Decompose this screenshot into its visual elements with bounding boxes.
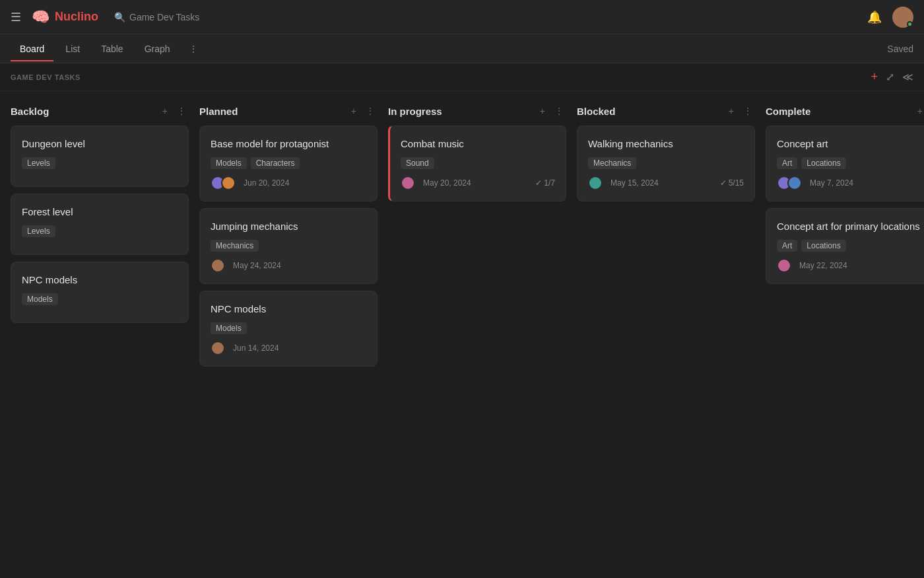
card-tags: Models: [22, 293, 178, 305]
tab-board[interactable]: Board: [11, 37, 53, 61]
card-title: Concept art: [777, 137, 924, 151]
card-npc-models-backlog[interactable]: NPC models Models: [11, 262, 189, 323]
card-title: Base model for protagonist: [211, 137, 366, 151]
board-area: Backlog + ⋮ Dungeon level Levels Forest …: [0, 91, 924, 578]
tag: Art: [777, 157, 797, 169]
column-menu-planned-icon[interactable]: ⋮: [363, 104, 378, 118]
card-tags: Models Characters: [211, 157, 366, 169]
board-header: GAME DEV TASKS + ⤢ ≪: [0, 63, 924, 91]
expand-icon[interactable]: ⤢: [886, 71, 894, 83]
avatar: [211, 341, 225, 355]
card-jumping-mechanics[interactable]: Jumping mechanics Mechanics May 24, 2024: [199, 208, 378, 284]
card-footer: May 7, 2024: [777, 176, 924, 190]
tag: Sound: [401, 157, 434, 169]
checkmark-icon: ✓: [720, 178, 727, 188]
tab-table[interactable]: Table: [92, 37, 132, 61]
avatar: [787, 176, 802, 190]
app-name: Nuclino: [55, 10, 98, 24]
column-header-backlog: Backlog + ⋮: [11, 102, 189, 126]
card-concept-art-primary[interactable]: Concept art for primary locations Art Lo…: [766, 208, 924, 284]
search-context-label: Game Dev Tasks: [129, 12, 199, 22]
add-card-planned-icon[interactable]: +: [348, 104, 359, 118]
add-card-in-progress-icon[interactable]: +: [537, 104, 548, 118]
avatar: [777, 258, 791, 273]
column-in-progress: In progress + ⋮ Combat music Sound May 2…: [388, 102, 566, 208]
top-nav: ☰ 🧠 Nuclino 🔍 Game Dev Tasks 🔔: [0, 0, 924, 34]
card-title: Combat music: [401, 137, 555, 151]
check-count: 1/7: [544, 178, 555, 188]
column-header-planned: Planned + ⋮: [199, 102, 378, 126]
card-footer: Jun 20, 2024: [211, 176, 366, 190]
card-npc-models-planned[interactable]: NPC models Models Jun 14, 2024: [199, 291, 378, 367]
card-concept-art[interactable]: Concept art Art Locations May 7, 2024: [766, 126, 924, 201]
card-walking-mechanics[interactable]: Walking mechanics Mechanics May 15, 2024…: [577, 126, 755, 201]
card-footer: Jun 14, 2024: [211, 341, 366, 355]
card-date: May 15, 2024: [610, 178, 659, 188]
tag: Levels: [22, 157, 55, 169]
column-planned: Planned + ⋮ Base model for protagonist M…: [199, 102, 378, 373]
tag: Mechanics: [211, 240, 259, 252]
tag: Locations: [801, 240, 845, 252]
avatar-group: [777, 258, 791, 273]
tag: Mechanics: [588, 157, 636, 169]
avatar: [401, 176, 415, 190]
card-base-model[interactable]: Base model for protagonist Models Charac…: [199, 126, 378, 201]
card-footer: May 20, 2024 ✓ 1/7: [401, 176, 555, 190]
column-header-in-progress: In progress + ⋮: [388, 102, 566, 126]
card-date: Jun 14, 2024: [233, 343, 279, 353]
card-tags: Levels: [22, 157, 178, 169]
check-count: 5/15: [729, 178, 744, 188]
saved-status: Saved: [887, 44, 913, 54]
online-status-dot: [907, 21, 913, 27]
add-column-icon[interactable]: +: [871, 70, 878, 84]
column-menu-in-progress-icon[interactable]: ⋮: [552, 104, 566, 118]
card-date: Jun 20, 2024: [244, 178, 289, 188]
tag: Levels: [22, 225, 55, 237]
card-tags: Mechanics: [211, 240, 366, 252]
card-date: May 7, 2024: [810, 178, 853, 188]
avatar: [588, 176, 603, 190]
column-complete: Complete + ⋮ Concept art Art Locations M…: [766, 102, 924, 291]
card-title: Dungeon level: [22, 137, 178, 151]
column-menu-blocked-icon[interactable]: ⋮: [741, 104, 755, 118]
card-tags: Sound: [401, 157, 555, 169]
card-checkmark-count: ✓ 5/15: [720, 178, 744, 188]
column-title-blocked: Blocked: [577, 106, 722, 117]
tab-list[interactable]: List: [56, 37, 89, 61]
notifications-bell-icon[interactable]: 🔔: [867, 10, 882, 24]
hamburger-icon[interactable]: ☰: [11, 10, 21, 24]
column-title-complete: Complete: [766, 106, 911, 117]
add-card-blocked-icon[interactable]: +: [726, 104, 737, 118]
column-backlog: Backlog + ⋮ Dungeon level Levels Forest …: [11, 102, 189, 330]
card-title: Walking mechanics: [588, 137, 744, 151]
tabs-more-icon[interactable]: ⋮: [185, 38, 202, 59]
column-title-backlog: Backlog: [11, 106, 156, 117]
avatar-group: [211, 176, 236, 190]
avatar: [221, 176, 236, 190]
card-title: Concept art for primary locations: [777, 219, 924, 233]
tag: Models: [211, 157, 247, 169]
column-title-in-progress: In progress: [388, 106, 533, 117]
card-tags: Models: [211, 322, 366, 334]
column-header-blocked: Blocked + ⋮: [577, 102, 755, 126]
add-card-complete-icon[interactable]: +: [915, 104, 924, 118]
user-avatar-wrap[interactable]: [892, 7, 913, 28]
checkmark-icon: ✓: [535, 178, 542, 188]
card-footer: May 15, 2024 ✓ 5/15: [588, 176, 744, 190]
column-menu-backlog-icon[interactable]: ⋮: [174, 104, 189, 118]
card-combat-music[interactable]: Combat music Sound May 20, 2024 ✓ 1/7: [388, 126, 566, 201]
card-date: May 20, 2024: [423, 178, 471, 188]
avatar-group: [401, 176, 415, 190]
avatar-group: [211, 258, 225, 273]
search-bar[interactable]: 🔍 Game Dev Tasks: [114, 12, 199, 22]
tag: Characters: [251, 157, 300, 169]
collapse-icon[interactable]: ≪: [902, 71, 913, 83]
tag: Models: [211, 322, 247, 334]
card-dungeon-level[interactable]: Dungeon level Levels: [11, 126, 189, 187]
avatar-group: [588, 176, 603, 190]
add-card-backlog-icon[interactable]: +: [160, 104, 170, 118]
card-checkmark-count: ✓ 1/7: [535, 178, 555, 188]
tab-graph[interactable]: Graph: [135, 37, 180, 61]
column-title-planned: Planned: [199, 106, 345, 117]
card-forest-level[interactable]: Forest level Levels: [11, 194, 189, 255]
